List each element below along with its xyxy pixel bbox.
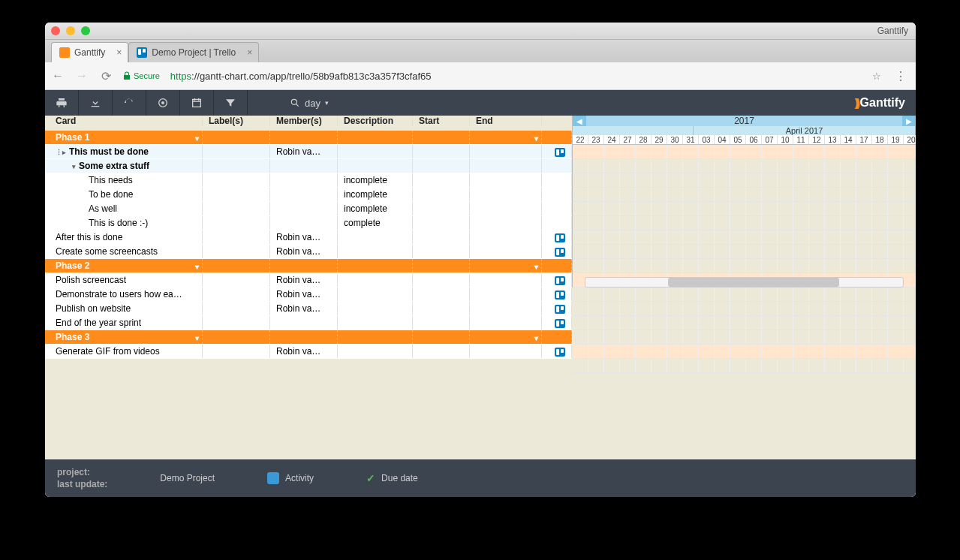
- trello-icon[interactable]: [555, 148, 565, 157]
- trello-icon[interactable]: [555, 248, 565, 257]
- header-description[interactable]: Description: [338, 116, 413, 126]
- day-header[interactable]: 05: [730, 135, 746, 144]
- browser-tab-ganttify[interactable]: Ganttify ×: [51, 42, 128, 62]
- task-row[interactable]: This is done :-)complete: [45, 216, 572, 230]
- chevron-down-icon[interactable]: ▾: [195, 332, 199, 344]
- day-header[interactable]: 07: [762, 135, 778, 144]
- day-header[interactable]: 30: [667, 135, 683, 144]
- task-row[interactable]: After this is doneRobin va…: [45, 230, 572, 245]
- forward-button[interactable]: →: [75, 69, 89, 83]
- chevron-down-icon[interactable]: ▾: [534, 132, 538, 144]
- task-row[interactable]: ▾Some extra stuff: [45, 159, 572, 173]
- day-header[interactable]: 17: [856, 135, 872, 144]
- gantt-row[interactable]: [573, 288, 916, 302]
- browser-menu-icon[interactable]: ⋮: [892, 69, 910, 83]
- gantt-row[interactable]: [573, 145, 916, 159]
- trello-icon[interactable]: [555, 319, 565, 328]
- day-header[interactable]: 29: [652, 135, 667, 144]
- scroll-thumb[interactable]: [668, 278, 839, 287]
- zoom-dropdown[interactable]: day ▾: [281, 98, 338, 109]
- gantt-row[interactable]: [573, 316, 916, 330]
- day-header[interactable]: 04: [715, 135, 730, 144]
- collapse-icon[interactable]: ▾: [72, 163, 76, 170]
- browser-tab-trello[interactable]: Demo Project | Trello ×: [128, 42, 259, 62]
- chevron-down-icon[interactable]: ▾: [534, 260, 538, 272]
- day-header[interactable]: 31: [683, 135, 699, 144]
- day-header[interactable]: 14: [841, 135, 856, 144]
- task-row[interactable]: To be doneincomplete: [45, 188, 572, 202]
- timeline-month-seg-march: [573, 126, 694, 135]
- day-header[interactable]: 22: [573, 135, 588, 144]
- gantt-row[interactable]: [573, 345, 916, 359]
- day-header[interactable]: 13: [825, 135, 841, 144]
- day-header[interactable]: 20: [904, 135, 916, 144]
- close-window-button[interactable]: [51, 26, 60, 35]
- bookmark-star-icon[interactable]: ☆: [872, 71, 881, 82]
- day-header[interactable]: 23: [588, 135, 604, 144]
- close-tab-icon[interactable]: ×: [116, 47, 122, 58]
- calendar-button[interactable]: [180, 90, 214, 116]
- reload-button[interactable]: ⟳: [99, 69, 113, 83]
- gantt-row[interactable]: [573, 359, 916, 373]
- horizontal-scrollbar[interactable]: ◀ ▶: [573, 277, 916, 288]
- download-button[interactable]: [79, 90, 113, 116]
- target-button[interactable]: [146, 90, 180, 116]
- task-row[interactable]: ⋮▸This must be doneRobin va…: [45, 145, 572, 159]
- gantt-grid[interactable]: [573, 145, 916, 277]
- url-display[interactable]: https://gantt-chart.com/app/trello/58b9a…: [170, 71, 432, 82]
- task-row[interactable]: Create some screencastsRobin va…: [45, 245, 572, 259]
- day-header[interactable]: 19: [888, 135, 904, 144]
- day-header[interactable]: 28: [636, 135, 652, 144]
- gantt-row[interactable]: [573, 173, 916, 188]
- trello-icon[interactable]: [555, 291, 565, 300]
- gantt-row[interactable]: [573, 216, 916, 230]
- chevron-down-icon[interactable]: ▾: [195, 132, 199, 144]
- day-header[interactable]: 18: [872, 135, 888, 144]
- task-row[interactable]: This needsincomplete: [45, 173, 572, 188]
- header-start[interactable]: Start: [413, 116, 470, 126]
- gantt-row[interactable]: [573, 259, 916, 273]
- gantt-row[interactable]: [573, 330, 916, 345]
- close-tab-icon[interactable]: ×: [247, 47, 252, 58]
- day-header[interactable]: 10: [778, 135, 793, 144]
- day-header[interactable]: 24: [604, 135, 620, 144]
- task-row[interactable]: As wellincomplete: [45, 202, 572, 216]
- timeline-prev-button[interactable]: ◀: [573, 116, 586, 126]
- chevron-down-icon[interactable]: ▾: [534, 332, 538, 344]
- print-button[interactable]: [45, 90, 79, 116]
- minimize-window-button[interactable]: [66, 26, 75, 35]
- gantt-row[interactable]: [573, 302, 916, 316]
- header-end[interactable]: End: [470, 116, 542, 126]
- trello-icon[interactable]: [555, 233, 565, 242]
- gantt-row[interactable]: [573, 188, 916, 202]
- expand-icon[interactable]: ⋮▸: [56, 149, 66, 156]
- scroll-track[interactable]: [585, 277, 904, 288]
- header-labels[interactable]: Label(s): [203, 116, 270, 126]
- header-members[interactable]: Member(s): [270, 116, 338, 126]
- chevron-down-icon[interactable]: ▾: [195, 260, 199, 272]
- gantt-row[interactable]: [573, 202, 916, 216]
- filter-button[interactable]: [214, 90, 248, 116]
- phase-row[interactable]: Phase 1▾▾: [45, 131, 572, 145]
- task-row[interactable]: Polish screencastRobin va…: [45, 273, 572, 288]
- gantt-row[interactable]: [573, 245, 916, 259]
- gantt-row[interactable]: [573, 230, 916, 245]
- day-header[interactable]: 12: [809, 135, 825, 144]
- trello-icon[interactable]: [555, 348, 565, 357]
- brand-logo[interactable]: ))) Ganttify: [847, 96, 916, 110]
- cell-member: [270, 202, 338, 215]
- refresh-button[interactable]: [113, 90, 146, 116]
- day-header[interactable]: 06: [746, 135, 762, 144]
- maximize-window-button[interactable]: [81, 26, 90, 35]
- phase-row[interactable]: Phase 2▾▾: [45, 259, 572, 273]
- gantt-row[interactable]: [573, 159, 916, 173]
- trello-icon[interactable]: [555, 276, 565, 285]
- header-card[interactable]: Card: [45, 116, 203, 126]
- secure-indicator[interactable]: Secure: [123, 71, 160, 80]
- trello-icon[interactable]: [555, 305, 565, 314]
- day-header[interactable]: 03: [699, 135, 715, 144]
- back-button[interactable]: ←: [51, 69, 65, 83]
- timeline-next-button[interactable]: ▶: [902, 116, 916, 126]
- day-header[interactable]: 11: [793, 135, 809, 144]
- day-header[interactable]: 27: [620, 135, 636, 144]
